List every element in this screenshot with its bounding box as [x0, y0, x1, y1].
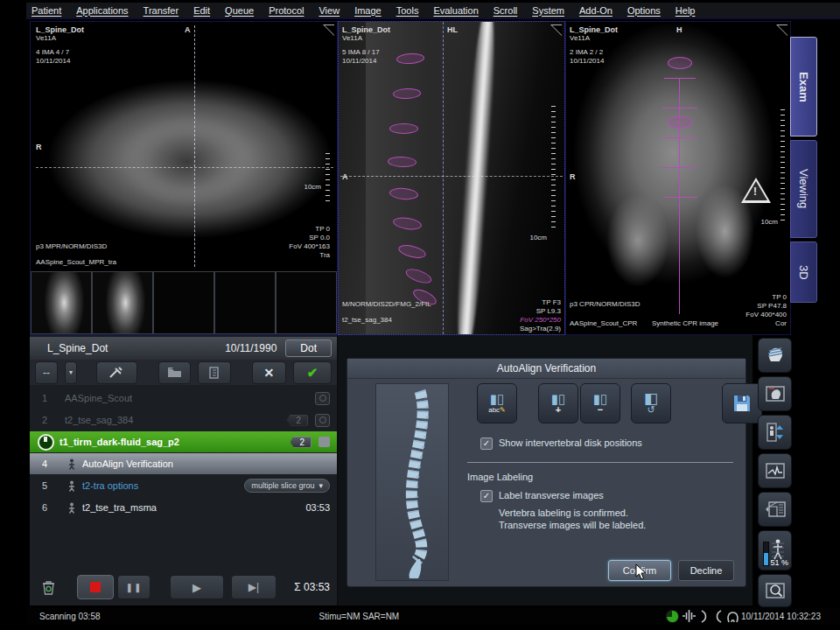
thumbnail-5[interactable]	[276, 271, 337, 334]
magnifier-icon	[766, 582, 785, 599]
crosshair-horizontal[interactable]	[36, 167, 333, 168]
label-transverse-checkbox[interactable]: ✓	[480, 490, 493, 502]
protocol-row-1[interactable]: 1 AASpine_Scout	[30, 388, 337, 409]
caret-down-icon: ▾	[318, 481, 323, 490]
series-text: AASpine_Scout_MPR_tra	[36, 258, 116, 267]
check-icon: ✔	[307, 365, 318, 381]
sp-text: SP L9.3	[536, 307, 561, 316]
menu-queue[interactable]: Queue	[225, 5, 254, 16]
scale-label: 10cm	[529, 234, 547, 242]
protocol-row-running[interactable]: t1_tirm_dark-fluid_sag_p2 2	[30, 431, 337, 452]
viewport-coronal[interactable]: L_Spine_Dot Ve11A 2 IMA 2 / 2 10/11/2014…	[566, 22, 790, 334]
reference-line-horizontal[interactable]	[340, 176, 563, 177]
autoalign-panel: AutoAlign Verification ▮▯ abc✎ ▮▯ + ▮▯	[346, 358, 746, 587]
menu-edit[interactable]: Edit	[193, 5, 210, 16]
sagittal-mri-image[interactable]	[339, 22, 564, 334]
reference-line-vertical[interactable]	[443, 22, 444, 334]
orientation-top: A	[185, 25, 191, 34]
ear-right-icon	[713, 610, 724, 623]
orientation-left: R	[36, 143, 42, 151]
skip-button[interactable]: ▶|	[231, 575, 276, 599]
patient-bar: L_Spine_Dot 10/11/1990 Dot	[30, 337, 337, 360]
menu-patient[interactable]: Patient	[32, 5, 61, 16]
flip-reset-button[interactable]: ◧ ↺	[631, 383, 671, 424]
processing-text: p3 MPR/NORM/DIS3D	[36, 242, 107, 251]
layout-card-button[interactable]	[758, 492, 792, 527]
thumbnail-4[interactable]	[214, 271, 276, 334]
scale-ruler	[326, 153, 330, 206]
combo-caret-button[interactable]: ▾	[65, 361, 76, 384]
stimulation-status: Stimu=NM SAR=NM	[319, 612, 400, 621]
edit-labels-button[interactable]: ▮▯ abc✎	[477, 383, 517, 424]
slice-group-dropdown[interactable]: multiple slice grou ▾	[244, 479, 330, 493]
menu-scroll[interactable]: Scroll	[494, 5, 518, 16]
program-combo-button[interactable]: --	[35, 361, 58, 384]
protocol-row-2[interactable]: 2 t2_tse_sag_384 2	[30, 410, 337, 430]
fov-text: FoV 400*163	[289, 242, 330, 251]
add-vertebra-button[interactable]: ▮▯ +	[538, 383, 578, 424]
play-button[interactable]: ▶	[170, 575, 224, 599]
menu-evaluation[interactable]: Evaluation	[433, 5, 478, 16]
clip-corner-icon[interactable]	[323, 24, 334, 36]
protocol-row-6[interactable]: 6 t2_tse_tra_msma 03:53	[30, 497, 337, 518]
menu-options[interactable]: Options	[627, 5, 661, 16]
viewport-axial[interactable]: L_Spine_Dot Ve11A 4 IMA 4 / 7 10/11/2014…	[31, 22, 337, 334]
image-date: 10/11/2014	[570, 57, 604, 66]
stop-button[interactable]	[77, 575, 114, 599]
crosshair-vertical[interactable]	[194, 25, 195, 267]
patient-name: L_Spine_Dot	[47, 342, 108, 354]
copy-protocol-button[interactable]	[198, 361, 231, 384]
table-position-button[interactable]	[758, 415, 792, 450]
apply-button[interactable]: ✔	[293, 361, 332, 384]
physio-signal-button[interactable]	[758, 453, 792, 488]
thumbnail-1[interactable]	[31, 271, 92, 334]
menu-tools[interactable]: Tools	[396, 5, 419, 16]
panel-title: AutoAlign Verification	[347, 359, 746, 379]
remove-vertebra-button[interactable]: ▮▯ −	[580, 383, 620, 424]
tab-3d[interactable]: 3D	[790, 242, 817, 303]
task-person-icon	[66, 458, 77, 470]
cpr-centerline[interactable]	[679, 78, 680, 314]
menu-system[interactable]: System	[532, 5, 564, 16]
copies-badge: 2	[286, 415, 308, 426]
skip-icon: ▶|	[248, 581, 259, 593]
localizer-image-button[interactable]	[758, 376, 792, 411]
protocol-row-selected[interactable]: 4 AutoAlign Verification	[30, 453, 337, 474]
pause-button[interactable]: ❚❚	[117, 575, 150, 599]
decline-button[interactable]: Decline	[678, 560, 734, 581]
menu-addon[interactable]: Add-On	[579, 5, 612, 16]
menu-applications[interactable]: Applications	[76, 5, 128, 16]
menu-help[interactable]: Help	[676, 5, 696, 16]
image-preview-button[interactable]	[758, 574, 792, 607]
menu-transfer[interactable]: Transfer	[144, 5, 179, 16]
clip-corner-icon[interactable]	[550, 24, 562, 36]
trash-button[interactable]	[37, 580, 60, 595]
thumbnail-3[interactable]	[153, 271, 214, 334]
menu-image[interactable]: Image	[354, 5, 382, 16]
save-button[interactable]	[722, 383, 762, 424]
show-disks-label: Show intervertebral disk positions	[499, 438, 642, 448]
menu-protocol[interactable]: Protocol	[269, 5, 304, 16]
head-position-button[interactable]	[758, 338, 792, 373]
open-protocol-button[interactable]	[158, 361, 192, 384]
pencil-icon: ✎	[500, 406, 506, 414]
protocol-name: AutoAlign Verification	[82, 458, 173, 469]
axial-mri-image[interactable]	[31, 22, 337, 271]
headphone-icon	[727, 610, 738, 623]
clip-corner-icon[interactable]	[776, 24, 788, 36]
sar-monitor-button[interactable]: 51 %	[758, 530, 792, 570]
dot-engine-button[interactable]: Dot	[285, 340, 332, 357]
show-disks-checkbox[interactable]: ✓	[480, 438, 493, 450]
spine-model	[375, 383, 449, 581]
menu-view[interactable]: View	[318, 5, 340, 16]
patient-birthdate: 10/11/1990	[225, 342, 276, 354]
pause-icon: ❚❚	[126, 583, 143, 592]
tab-viewing[interactable]: Viewing	[790, 140, 817, 238]
protocol-row-5[interactable]: 5 t2-tra options multiple slice grou ▾	[30, 475, 337, 496]
thumbnail-2[interactable]	[92, 271, 153, 334]
confirm-button[interactable]: Confirm	[608, 560, 671, 581]
tab-exam[interactable]: Exam	[790, 37, 817, 136]
cancel-button[interactable]: ✕	[252, 361, 286, 384]
contrast-injection-button[interactable]	[96, 361, 137, 384]
viewport-sagittal[interactable]: L_Spine_Dot Ve11A 5 IMA 8 / 17 10/11/201…	[339, 22, 564, 334]
